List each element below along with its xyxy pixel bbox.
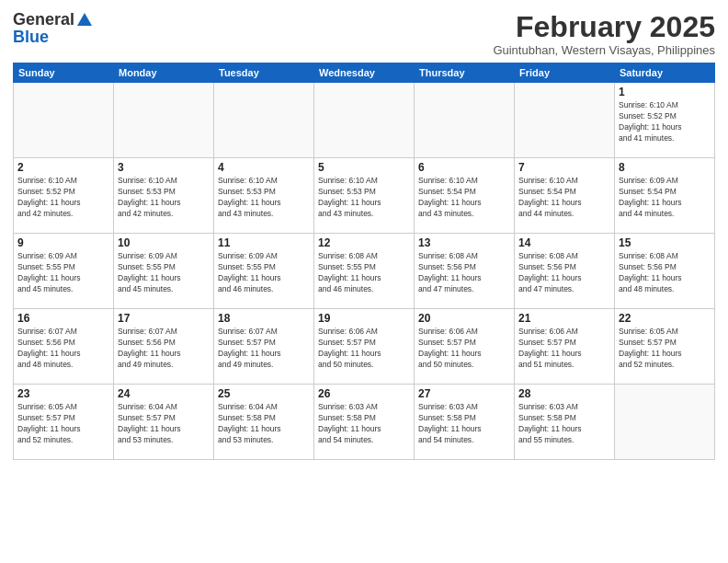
calendar-dow-tuesday: Tuesday <box>214 63 314 83</box>
day-number: 5 <box>318 161 410 174</box>
day-info: Sunrise: 6:03 AM Sunset: 5:58 PM Dayligh… <box>318 402 410 446</box>
calendar-dow-friday: Friday <box>515 63 615 83</box>
calendar-dow-thursday: Thursday <box>415 63 515 83</box>
calendar-cell: 23Sunrise: 6:05 AM Sunset: 5:57 PM Dayli… <box>14 385 114 460</box>
day-number: 23 <box>17 387 109 400</box>
calendar-cell: 22Sunrise: 6:05 AM Sunset: 5:57 PM Dayli… <box>615 309 715 385</box>
day-info: Sunrise: 6:07 AM Sunset: 5:56 PM Dayligh… <box>118 327 210 371</box>
day-info: Sunrise: 6:05 AM Sunset: 5:57 PM Dayligh… <box>17 402 109 446</box>
calendar-dow-saturday: Saturday <box>615 63 715 83</box>
day-info: Sunrise: 6:06 AM Sunset: 5:57 PM Dayligh… <box>418 327 510 371</box>
day-info: Sunrise: 6:08 AM Sunset: 5:56 PM Dayligh… <box>619 251 711 295</box>
day-number: 11 <box>218 236 310 249</box>
day-number: 22 <box>619 312 711 325</box>
calendar-cell: 19Sunrise: 6:06 AM Sunset: 5:57 PM Dayli… <box>314 309 415 385</box>
calendar-table: SundayMondayTuesdayWednesdayThursdayFrid… <box>13 63 715 460</box>
day-info: Sunrise: 6:04 AM Sunset: 5:57 PM Dayligh… <box>118 402 210 446</box>
calendar-header-row: SundayMondayTuesdayWednesdayThursdayFrid… <box>14 63 715 83</box>
calendar-cell <box>515 83 615 158</box>
day-info: Sunrise: 6:07 AM Sunset: 5:56 PM Dayligh… <box>17 327 109 371</box>
day-info: Sunrise: 6:06 AM Sunset: 5:57 PM Dayligh… <box>318 327 410 371</box>
day-info: Sunrise: 6:08 AM Sunset: 5:56 PM Dayligh… <box>518 251 610 295</box>
calendar-dow-wednesday: Wednesday <box>314 63 415 83</box>
day-info: Sunrise: 6:10 AM Sunset: 5:54 PM Dayligh… <box>518 176 610 220</box>
calendar-cell: 10Sunrise: 6:09 AM Sunset: 5:55 PM Dayli… <box>114 234 214 309</box>
logo-triangle-icon <box>76 11 93 28</box>
calendar-cell: 20Sunrise: 6:06 AM Sunset: 5:57 PM Dayli… <box>415 309 515 385</box>
calendar-cell: 17Sunrise: 6:07 AM Sunset: 5:56 PM Dayli… <box>114 309 214 385</box>
day-info: Sunrise: 6:07 AM Sunset: 5:57 PM Dayligh… <box>218 327 310 371</box>
calendar-week-row: 1Sunrise: 6:10 AM Sunset: 5:52 PM Daylig… <box>14 83 715 158</box>
calendar-cell: 16Sunrise: 6:07 AM Sunset: 5:56 PM Dayli… <box>14 309 114 385</box>
logo-general: General <box>13 11 74 28</box>
day-info: Sunrise: 6:08 AM Sunset: 5:55 PM Dayligh… <box>318 251 410 295</box>
day-info: Sunrise: 6:09 AM Sunset: 5:55 PM Dayligh… <box>17 251 109 295</box>
day-number: 12 <box>318 236 410 249</box>
calendar-cell: 9Sunrise: 6:09 AM Sunset: 5:55 PM Daylig… <box>14 234 114 309</box>
calendar-cell: 4Sunrise: 6:10 AM Sunset: 5:53 PM Daylig… <box>214 158 314 234</box>
day-number: 9 <box>17 236 109 249</box>
calendar-week-row: 9Sunrise: 6:09 AM Sunset: 5:55 PM Daylig… <box>14 234 715 309</box>
day-number: 7 <box>518 161 610 174</box>
day-number: 13 <box>418 236 510 249</box>
calendar-cell: 18Sunrise: 6:07 AM Sunset: 5:57 PM Dayli… <box>214 309 314 385</box>
day-info: Sunrise: 6:10 AM Sunset: 5:52 PM Dayligh… <box>619 100 711 144</box>
calendar-dow-monday: Monday <box>114 63 214 83</box>
calendar-cell <box>415 83 515 158</box>
day-number: 25 <box>218 387 310 400</box>
page-header: General Blue February 2025 Guintubhan, W… <box>13 11 715 57</box>
day-info: Sunrise: 6:10 AM Sunset: 5:53 PM Dayligh… <box>318 176 410 220</box>
calendar-cell: 25Sunrise: 6:04 AM Sunset: 5:58 PM Dayli… <box>214 385 314 460</box>
day-number: 4 <box>218 161 310 174</box>
day-info: Sunrise: 6:04 AM Sunset: 5:58 PM Dayligh… <box>218 402 310 446</box>
day-number: 20 <box>418 312 510 325</box>
day-info: Sunrise: 6:09 AM Sunset: 5:54 PM Dayligh… <box>619 176 711 220</box>
calendar-cell <box>314 83 415 158</box>
calendar-cell <box>615 385 715 460</box>
svg-marker-0 <box>77 13 92 26</box>
day-info: Sunrise: 6:09 AM Sunset: 5:55 PM Dayligh… <box>218 251 310 295</box>
day-info: Sunrise: 6:10 AM Sunset: 5:53 PM Dayligh… <box>218 176 310 220</box>
calendar-cell <box>14 83 114 158</box>
day-info: Sunrise: 6:10 AM Sunset: 5:53 PM Dayligh… <box>118 176 210 220</box>
calendar-cell: 21Sunrise: 6:06 AM Sunset: 5:57 PM Dayli… <box>515 309 615 385</box>
calendar-cell: 5Sunrise: 6:10 AM Sunset: 5:53 PM Daylig… <box>314 158 415 234</box>
calendar-cell: 26Sunrise: 6:03 AM Sunset: 5:58 PM Dayli… <box>314 385 415 460</box>
calendar-cell: 14Sunrise: 6:08 AM Sunset: 5:56 PM Dayli… <box>515 234 615 309</box>
calendar-cell: 15Sunrise: 6:08 AM Sunset: 5:56 PM Dayli… <box>615 234 715 309</box>
day-number: 26 <box>318 387 410 400</box>
calendar-cell: 28Sunrise: 6:03 AM Sunset: 5:58 PM Dayli… <box>515 385 615 460</box>
day-info: Sunrise: 6:10 AM Sunset: 5:54 PM Dayligh… <box>418 176 510 220</box>
day-number: 27 <box>418 387 510 400</box>
location-subtitle: Guintubhan, Western Visayas, Philippines <box>493 43 715 57</box>
day-number: 24 <box>118 387 210 400</box>
day-info: Sunrise: 6:08 AM Sunset: 5:56 PM Dayligh… <box>418 251 510 295</box>
calendar-week-row: 23Sunrise: 6:05 AM Sunset: 5:57 PM Dayli… <box>14 385 715 460</box>
calendar-cell: 12Sunrise: 6:08 AM Sunset: 5:55 PM Dayli… <box>314 234 415 309</box>
calendar-cell: 1Sunrise: 6:10 AM Sunset: 5:52 PM Daylig… <box>615 83 715 158</box>
calendar-cell: 2Sunrise: 6:10 AM Sunset: 5:52 PM Daylig… <box>14 158 114 234</box>
logo: General Blue <box>13 11 93 47</box>
day-info: Sunrise: 6:06 AM Sunset: 5:57 PM Dayligh… <box>518 327 610 371</box>
calendar-cell: 24Sunrise: 6:04 AM Sunset: 5:57 PM Dayli… <box>114 385 214 460</box>
calendar-cell: 11Sunrise: 6:09 AM Sunset: 5:55 PM Dayli… <box>214 234 314 309</box>
day-number: 2 <box>17 161 109 174</box>
day-number: 6 <box>418 161 510 174</box>
day-number: 1 <box>619 86 711 98</box>
day-info: Sunrise: 6:03 AM Sunset: 5:58 PM Dayligh… <box>418 402 510 446</box>
calendar-week-row: 2Sunrise: 6:10 AM Sunset: 5:52 PM Daylig… <box>14 158 715 234</box>
day-number: 21 <box>518 312 610 325</box>
calendar-dow-sunday: Sunday <box>14 63 114 83</box>
day-info: Sunrise: 6:05 AM Sunset: 5:57 PM Dayligh… <box>619 327 711 371</box>
day-number: 18 <box>218 312 310 325</box>
calendar-week-row: 16Sunrise: 6:07 AM Sunset: 5:56 PM Dayli… <box>14 309 715 385</box>
day-number: 16 <box>17 312 109 325</box>
calendar-cell <box>114 83 214 158</box>
calendar-cell: 7Sunrise: 6:10 AM Sunset: 5:54 PM Daylig… <box>515 158 615 234</box>
calendar-cell: 8Sunrise: 6:09 AM Sunset: 5:54 PM Daylig… <box>615 158 715 234</box>
calendar-page: General Blue February 2025 Guintubhan, W… <box>0 0 728 563</box>
month-title: February 2025 <box>493 11 715 43</box>
day-number: 14 <box>518 236 610 249</box>
day-number: 15 <box>619 236 711 249</box>
title-block: February 2025 Guintubhan, Western Visaya… <box>493 11 715 57</box>
